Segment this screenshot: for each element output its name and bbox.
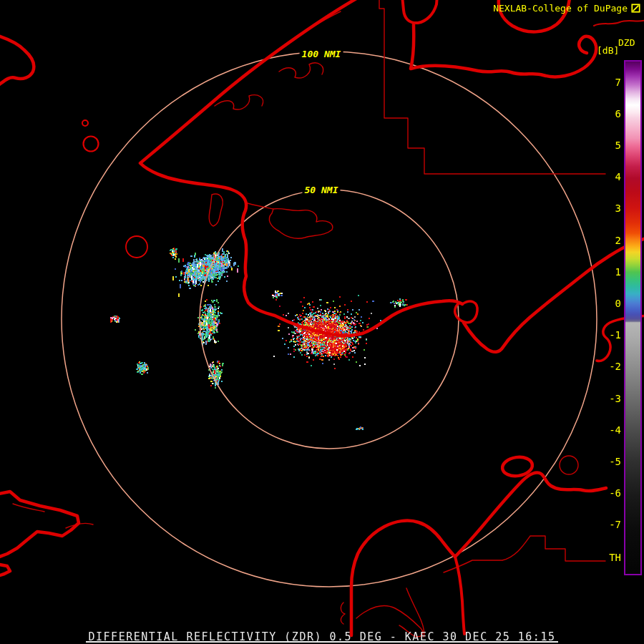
coast-detail-topright-corner — [594, 20, 644, 26]
college-of-dupage-logo-icon — [631, 4, 640, 13]
small-circle-west-2 — [84, 137, 99, 152]
bay-dome-outline — [351, 521, 455, 635]
header: NEXLAB-College of DuPage — [493, 3, 640, 14]
circle-ring-west — [126, 236, 147, 258]
colorbar-tick--2: -2 — [592, 360, 621, 373]
range-ring-50nmi — [200, 190, 459, 449]
caption-underline — [86, 641, 558, 643]
lagoon-outline-small — [209, 194, 223, 226]
island-blob-topleft — [0, 35, 34, 86]
radar-display: 100 NMI 50 NMI NEXLAB-College of DuPage … — [0, 0, 644, 644]
lake-circle-southeast — [560, 456, 578, 474]
river-detail-3 — [341, 602, 345, 624]
colorbar-tick-6: 6 — [592, 107, 621, 120]
bay-dome-south-fork — [455, 557, 464, 634]
colorbar-tick-3: 3 — [592, 202, 621, 215]
barrier-island-detail-1 — [215, 95, 263, 109]
colorbar-tick--6: -6 — [592, 487, 621, 499]
landmass-southwest — [0, 492, 79, 577]
lagoon-outline-large — [248, 203, 333, 238]
small-circle-west-1 — [82, 120, 88, 126]
colorbar-units-label: [dB] — [597, 45, 619, 56]
colorbar-tick-0: 0 — [592, 297, 621, 310]
colorbar — [624, 60, 642, 575]
colorbar-tick-5: 5 — [592, 139, 621, 152]
colorbar-tick--1: -1 — [592, 328, 621, 341]
site-title-text: NEXLAB-College of DuPage — [493, 3, 628, 14]
map-overlay — [0, 0, 644, 644]
coastline-top-inlet-1 — [402, 0, 437, 23]
colorbar-product-label: DZD — [618, 37, 635, 48]
colorbar-tick--5: -5 — [592, 455, 621, 468]
colorbar-tick-7: 7 — [592, 76, 621, 89]
colorbar-threshold-label: TH — [592, 551, 621, 564]
colorbar-tick-4: 4 — [592, 170, 621, 183]
colorbar-tick--4: -4 — [592, 424, 621, 436]
coastline-topright — [411, 24, 596, 77]
coastline-southeast — [455, 472, 606, 557]
colorbar-tick--3: -3 — [592, 392, 621, 405]
colorbar-tick-2: 2 — [592, 234, 621, 247]
range-ring-100nmi — [62, 52, 597, 587]
colorbar-tick--7: -7 — [592, 518, 621, 531]
barrier-island-detail-2 — [279, 63, 323, 78]
range-ring-label-50nmi: 50 NMI — [303, 185, 341, 195]
range-ring-label-100nmi: 100 NMI — [300, 49, 343, 59]
colorbar-tick-1: 1 — [592, 265, 621, 278]
